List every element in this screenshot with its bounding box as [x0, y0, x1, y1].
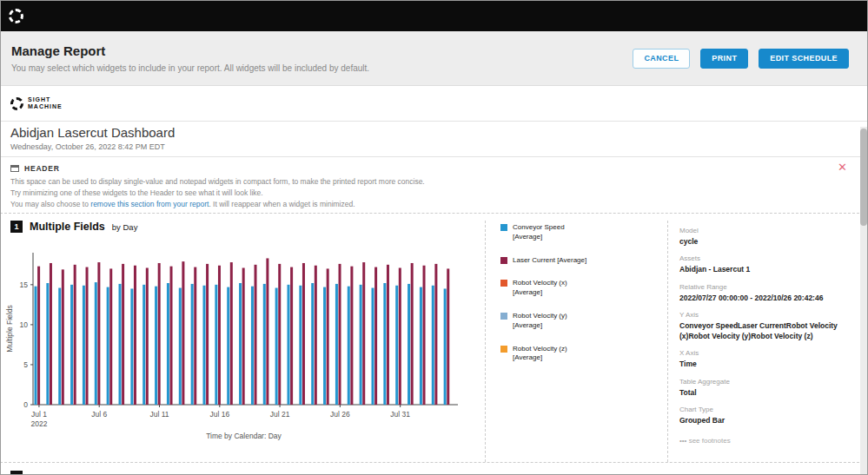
header-section-description: This space can be used to display single… [10, 176, 425, 211]
widget-1-badge: 1 [10, 221, 23, 233]
meta-value: cycle [679, 237, 858, 247]
meta-value: Abidjan - Lasercut 1 [679, 265, 858, 274]
svg-text:Jul 26: Jul 26 [330, 410, 350, 419]
vertical-dashed-divider [485, 221, 486, 462]
svg-text:Multiple Fields: Multiple Fields [5, 305, 14, 352]
edit-schedule-button[interactable]: EDIT SCHEDULE [759, 49, 849, 69]
meta-value: Conveyor SpeedLaser CurrentRobot Velocit… [679, 321, 858, 341]
page-title: Manage Report [11, 43, 369, 58]
close-icon[interactable]: ✕ [838, 162, 847, 173]
sightmachine-logo: SIGHT MACHINE [10, 96, 63, 111]
meta-item: Relative Range2022/07/27 00:00:00 - 2022… [679, 283, 858, 303]
dashed-divider [0, 213, 868, 214]
legend-label: Conveyor Speed [Average] [513, 223, 589, 242]
divider [0, 121, 868, 122]
logo-text: SIGHT MACHINE [28, 96, 63, 111]
meta-item: Y AxisConveyor SpeedLaser CurrentRobot V… [679, 311, 858, 341]
meta-label: Model [679, 227, 858, 234]
legend-item: Robot Velocity (x) [Average] [500, 279, 603, 298]
svg-text:Jul 31: Jul 31 [390, 410, 410, 419]
meta-list: ModelcycleAssetsAbidjan - Lasercut 1Rela… [679, 227, 858, 426]
meta-item: X AxisTime [679, 349, 858, 369]
svg-text:Jul 1: Jul 1 [31, 410, 47, 419]
svg-text:15: 15 [20, 280, 29, 289]
page-subtitle: You may select which widgets to include … [11, 63, 369, 73]
meta-item: Table AggregateTotal [679, 378, 858, 398]
legend-label: Robot Velocity (x) [Average] [513, 279, 589, 298]
meta-item: AssetsAbidjan - Lasercut 1 [679, 254, 858, 274]
widget-title: Multiple Fields [30, 221, 105, 233]
footnotes-link[interactable]: ••• see footnotes [679, 437, 858, 445]
meta-value: Time [679, 360, 858, 369]
meta-label: X Axis [679, 349, 858, 357]
logo-line2: MACHINE [28, 103, 63, 110]
legend-item: Conveyor Speed [Average] [500, 223, 603, 242]
cancel-button[interactable]: CANCEL [633, 49, 690, 69]
grouped-bar-chart: 051015Jul 12022Jul 6Jul 11Jul 16Jul 21Ju… [3, 246, 477, 447]
header-section-toggle: HEADER [10, 164, 60, 173]
divider [0, 156, 868, 157]
meta-label: Chart Type [679, 406, 858, 413]
header-desc-line2: Try minimizing one of these widgets to t… [10, 188, 425, 199]
window-widget-icon [10, 165, 19, 172]
meta-label: Table Aggregate [679, 378, 858, 386]
widget-title-suffix: by Day [112, 222, 138, 232]
meta-label: Relative Range [679, 283, 858, 291]
chart-legend: Conveyor Speed [Average]Laser Current [A… [500, 223, 603, 377]
report-date: Wednesday, October 26, 2022 8:42 PM EDT [10, 142, 165, 151]
meta-value: Grouped Bar [679, 416, 858, 426]
header-desc-line1: This space can be used to display single… [10, 176, 425, 188]
svg-text:Jul 16: Jul 16 [209, 410, 229, 419]
meta-label: Assets [679, 254, 858, 262]
scrollbar-thumb[interactable] [860, 129, 867, 226]
meta-label: Y Axis [679, 311, 858, 319]
vertical-dashed-divider [667, 221, 668, 462]
top-nav-bar [0, 0, 868, 31]
manage-report-header: Manage Report You may select which widge… [0, 31, 868, 85]
report-title: Abidjan Lasercut Dashboard [10, 125, 175, 140]
legend-item: Robot Velocity (y) [Average] [500, 312, 603, 331]
meta-value: 2022/07/27 00:00:00 - 2022/10/26 20:42:4… [679, 294, 858, 303]
legend-swatch-icon [500, 280, 507, 287]
scrollbar-track[interactable] [860, 127, 867, 474]
legend-swatch-icon [500, 224, 507, 231]
legend-swatch-icon [500, 313, 507, 320]
remove-section-link[interactable]: remove this section from your report [90, 200, 209, 208]
legend-label: Robot Velocity (z) [Average] [513, 345, 589, 364]
legend-swatch-icon [500, 346, 507, 353]
report-preview-canvas: SIGHT MACHINE Abidjan Lasercut Dashboard… [0, 85, 868, 475]
header-desc-line3: You may also choose to remove this secti… [10, 199, 425, 210]
svg-text:10: 10 [20, 320, 29, 329]
svg-text:Jul 6: Jul 6 [91, 410, 107, 419]
line3-prefix: You may also choose to [10, 200, 90, 208]
print-button[interactable]: PRINT [700, 49, 748, 69]
meta-item: Modelcycle [679, 227, 858, 247]
svg-text:5: 5 [23, 360, 28, 369]
widget-1-header: 1 Multiple Fields by Day [10, 221, 137, 233]
dashed-divider [0, 462, 868, 463]
line3-suffix: . It will reappear when a widget is mini… [209, 200, 354, 208]
svg-text:Time by Calendar: Day: Time by Calendar: Day [206, 432, 282, 440]
meta-value: Total [679, 388, 858, 398]
meta-item: Chart TypeGrouped Bar [679, 406, 858, 426]
svg-text:Jul 21: Jul 21 [270, 410, 290, 419]
svg-text:0: 0 [23, 400, 28, 409]
header-section-label: HEADER [24, 164, 60, 173]
legend-item: Robot Velocity (z) [Average] [500, 345, 603, 364]
widget-meta-panel: ModelcycleAssetsAbidjan - Lasercut 1Rela… [679, 227, 858, 445]
legend-swatch-icon [500, 257, 507, 264]
sightmachine-gear-icon[interactable] [9, 9, 23, 23]
logo-line1: SIGHT [28, 96, 63, 103]
legend-label: Robot Velocity (y) [Average] [513, 312, 589, 331]
legend-item: Laser Current [Average] [500, 256, 603, 266]
svg-text:2022: 2022 [30, 419, 47, 428]
legend-label: Laser Current [Average] [513, 256, 589, 266]
widget-2-badge [10, 471, 23, 475]
gear-icon [10, 97, 23, 110]
svg-text:Jul 11: Jul 11 [149, 410, 169, 419]
